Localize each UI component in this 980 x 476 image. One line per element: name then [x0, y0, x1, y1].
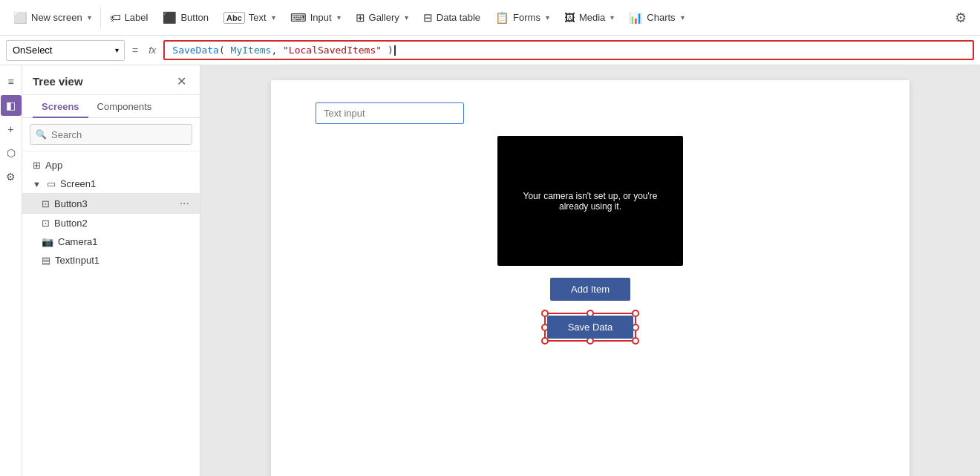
camera1-icon: 📷: [42, 236, 53, 247]
textinput1-label: TextInput1: [55, 255, 189, 266]
handle-bot-right[interactable]: [632, 337, 639, 345]
button-label: Button: [180, 12, 209, 23]
tree-item-app[interactable]: ⊞ App: [22, 156, 200, 175]
search-input[interactable]: [30, 124, 192, 145]
formula-bar: OnSelect ▾ = fx SaveData( MyItems, "Loca…: [0, 36, 980, 65]
button3-icon: ⊡: [42, 198, 50, 209]
hamburger-menu-icon[interactable]: ≡: [1, 71, 22, 92]
formula-cursor: [394, 45, 396, 56]
tree-close-button[interactable]: ✕: [174, 73, 189, 90]
fx-label: fx: [146, 45, 159, 56]
canvas-frame: Your camera isn't set up, or you're alre…: [271, 80, 909, 476]
label-label: Label: [125, 12, 148, 23]
formula-input[interactable]: SaveData( MyItems, "LocalSavedItems" ): [163, 40, 974, 60]
toolbar-right: ⚙: [947, 5, 974, 30]
button3-more-icon[interactable]: ···: [180, 197, 189, 210]
data-icon-btn[interactable]: ⬡: [1, 143, 22, 163]
tree-search-area: 🔍: [22, 118, 200, 151]
media-chevron: ▾: [610, 13, 614, 22]
tree-item-textinput1[interactable]: ▤ TextInput1: [22, 251, 200, 270]
input-chevron: ▾: [337, 13, 341, 22]
camera-message: Your camera isn't set up, or you're alre…: [497, 176, 683, 226]
tree-title: Tree view: [33, 75, 83, 88]
toolbar: ⬜ New screen ▾ 🏷 Label ⬛ Button Abc Text…: [0, 0, 980, 36]
add-item-button[interactable]: Add Item: [550, 278, 630, 301]
property-select-wrap: OnSelect ▾: [6, 40, 125, 61]
formula-text: SaveData( MyItems, "LocalSavedItems" ): [172, 45, 393, 56]
canvas-area: Your camera isn't set up, or you're alre…: [200, 65, 980, 476]
tree-search-wrap: 🔍: [30, 124, 192, 145]
main-layout: ≡ ◧ + ⬡ ⚙ Tree view ✕ Screens Components…: [0, 65, 980, 476]
tree-content: ⊞ App ▼ ▭ Screen1 ⊡ Button3 ··· ⊡ Button…: [22, 151, 200, 476]
textinput1-icon: ▤: [42, 255, 50, 266]
save-data-wrap: Save Data: [544, 313, 637, 342]
text-chevron: ▾: [272, 13, 275, 22]
button-button[interactable]: ⬛ Button: [155, 0, 216, 35]
property-select[interactable]: OnSelect: [6, 40, 125, 61]
tree-panel: Tree view ✕ Screens Components 🔍 ⊞ App ▼…: [22, 65, 200, 476]
gallery-icon: ⊞: [356, 11, 365, 25]
charts-label: Charts: [647, 12, 675, 23]
text-button[interactable]: Abc Text ▾: [216, 0, 283, 35]
button2-label: Button2: [54, 218, 189, 229]
gallery-button[interactable]: ⊞ Gallery ▾: [348, 0, 416, 35]
equals-sign: =: [129, 45, 141, 56]
divider-1: [100, 7, 101, 28]
screen1-label: Screen1: [60, 178, 189, 189]
advanced-tools-icon-btn[interactable]: ⚙: [1, 166, 22, 187]
formula-fn-name: SaveData: [172, 45, 219, 56]
forms-button[interactable]: 📋 Forms ▾: [488, 0, 557, 35]
layers-icon-btn[interactable]: ◧: [1, 95, 22, 116]
tree-item-camera1[interactable]: 📷 Camera1: [22, 232, 200, 251]
media-label: Media: [579, 12, 605, 23]
input-label: Input: [310, 12, 332, 23]
input-icon: ⌨: [290, 11, 307, 25]
camera-box: Your camera isn't set up, or you're alre…: [497, 136, 683, 266]
add-icon-btn[interactable]: +: [1, 119, 22, 140]
left-icon-bar: ≡ ◧ + ⬡ ⚙: [0, 65, 22, 476]
app-icon: ⊞: [33, 160, 41, 171]
gallery-label: Gallery: [369, 12, 399, 23]
screen1-expand-icon: ▼: [33, 180, 41, 189]
tree-header: Tree view ✕: [22, 65, 200, 95]
canvas-text-input[interactable]: [316, 102, 464, 124]
tab-screens[interactable]: Screens: [33, 95, 88, 118]
forms-icon: 📋: [495, 11, 509, 25]
input-button[interactable]: ⌨ Input ▾: [283, 0, 348, 35]
tree-tabs: Screens Components: [22, 95, 200, 118]
text-label: Text: [249, 12, 267, 23]
new-screen-label: New screen: [31, 12, 82, 23]
tab-components[interactable]: Components: [88, 95, 161, 118]
datatable-button[interactable]: ⊟ Data table: [416, 0, 488, 35]
text-icon: Abc: [223, 12, 245, 24]
button3-label: Button3: [54, 198, 175, 209]
media-button[interactable]: 🖼 Media ▾: [557, 0, 621, 35]
charts-icon: 📊: [629, 11, 643, 25]
label-icon: 🏷: [110, 11, 121, 24]
button-icon: ⬛: [163, 11, 177, 25]
tree-item-screen1[interactable]: ▼ ▭ Screen1: [22, 175, 200, 193]
forms-chevron: ▾: [546, 13, 549, 22]
label-button[interactable]: 🏷 Label: [102, 0, 156, 35]
tree-item-button3[interactable]: ⊡ Button3 ···: [22, 193, 200, 214]
datatable-label: Data table: [437, 12, 480, 23]
charts-chevron: ▾: [681, 13, 685, 22]
settings-icon[interactable]: ⚙: [947, 5, 974, 30]
screen1-icon: ▭: [47, 178, 56, 189]
save-data-button[interactable]: Save Data: [547, 316, 634, 339]
tree-item-button2[interactable]: ⊡ Button2: [22, 214, 200, 232]
new-screen-button[interactable]: ⬜ New screen ▾: [6, 0, 99, 35]
forms-label: Forms: [513, 12, 540, 23]
media-icon: 🖼: [564, 11, 575, 24]
app-label: App: [45, 160, 189, 171]
charts-button[interactable]: 📊 Charts ▾: [621, 0, 691, 35]
monitor-icon: ⬜: [13, 11, 27, 25]
camera1-label: Camera1: [58, 236, 189, 247]
datatable-icon: ⊟: [423, 11, 433, 25]
button2-icon: ⊡: [42, 218, 50, 229]
gallery-chevron: ▾: [405, 13, 408, 22]
new-screen-chevron: ▾: [88, 13, 91, 22]
